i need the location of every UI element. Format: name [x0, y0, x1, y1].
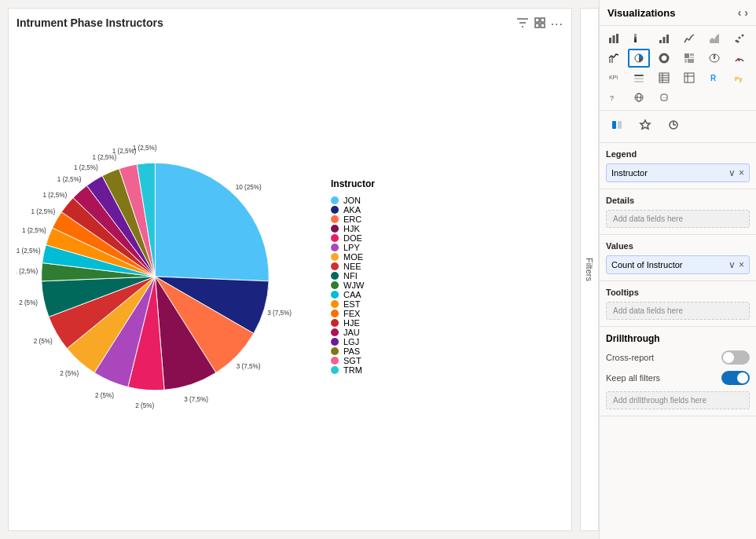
legend-remove-btn[interactable]: × — [739, 167, 744, 178]
legend-item-EST[interactable]: EST — [331, 299, 375, 309]
viz-table-icon[interactable] — [653, 68, 675, 87]
more-options-icon[interactable]: ··· — [551, 17, 563, 31]
legend-label-JAU: JAU — [343, 328, 360, 337]
viz-qa-icon[interactable]: ? — [603, 88, 625, 107]
viz-donut-icon[interactable] — [653, 49, 675, 68]
legend-item-NFI[interactable]: NFI — [331, 271, 375, 280]
svg-text:?: ? — [610, 94, 614, 102]
viz-r-icon[interactable]: R — [703, 68, 725, 87]
legend-item-PAS[interactable]: PAS — [331, 346, 375, 356]
legend-label-LPY: LPY — [343, 243, 360, 252]
viz-kpi-icon[interactable]: KPI — [603, 68, 625, 87]
legend-item-MOE[interactable]: MOE — [331, 252, 375, 262]
legend-item-HJK[interactable]: HJK — [331, 224, 375, 233]
legend-item-FEX[interactable]: FEX — [331, 309, 375, 318]
svg-rect-51 — [618, 121, 622, 129]
legend-label-CAA: CAA — [343, 290, 361, 299]
viz-icons-grid: KPI R Py ? ··· — [600, 26, 756, 111]
viz-custom-icon[interactable]: ··· — [653, 88, 675, 107]
cross-report-toggle[interactable] — [721, 350, 750, 365]
svg-rect-50 — [612, 121, 616, 129]
pie-label-CAA: 1 (2,5%) — [17, 248, 41, 255]
pie-chart: 10 (25%)3 (7,5%)3 (7,5%)3 (7,5%)2 (5%)2 … — [17, 119, 315, 434]
legend-item-LGJ[interactable]: LGJ — [331, 337, 375, 346]
legend-item-AKA[interactable]: AKA — [331, 205, 375, 214]
filters-panel[interactable]: Filters — [580, 8, 599, 531]
legend-item-JON[interactable]: JON — [331, 196, 375, 205]
chart-content: 10 (25%)3 (7,5%)3 (7,5%)3 (7,5%)2 (5%)2 … — [17, 35, 563, 518]
viz-treemap-icon[interactable] — [678, 49, 700, 68]
values-field-value: Count of Instructor — [611, 260, 683, 270]
legend-item-TRM[interactable]: TRM — [331, 365, 375, 375]
tab-format[interactable] — [634, 116, 656, 138]
legend-item-SGT[interactable]: SGT — [331, 356, 375, 365]
values-remove-btn[interactable]: × — [739, 259, 744, 270]
svg-text:KPI: KPI — [609, 75, 618, 80]
pie-slice-JON[interactable] — [155, 163, 269, 281]
legend-items: JONAKAERCHJKDOELPYMOENEENFIWJWCAAESTFEXH… — [331, 196, 375, 375]
legend-label-TRM: TRM — [343, 365, 362, 375]
viz-combo-icon[interactable] — [603, 49, 625, 68]
viz-slicer-icon[interactable] — [628, 68, 650, 87]
svg-rect-18 — [609, 59, 611, 63]
viz-stacked-bar-icon[interactable] — [628, 29, 650, 48]
viz-globe-icon[interactable] — [628, 88, 650, 107]
values-expand-btn[interactable]: ∨ — [728, 259, 736, 270]
pie-label-AKA: 3 (7,5%) — [267, 310, 292, 317]
viz-col-icon[interactable] — [653, 29, 675, 48]
svg-rect-10 — [659, 40, 662, 43]
legend-chip-actions: ∨ × — [728, 167, 744, 178]
svg-marker-13 — [710, 34, 719, 43]
tab-analytics[interactable] — [662, 116, 684, 138]
details-placeholder[interactable]: Add data fields here — [606, 210, 750, 228]
viz-scatter-icon[interactable] — [728, 29, 750, 48]
viz-area-icon[interactable] — [703, 29, 725, 48]
legend-item-LPY[interactable]: LPY — [331, 243, 375, 252]
svg-rect-6 — [616, 34, 618, 43]
svg-rect-19 — [611, 57, 613, 63]
svg-rect-8 — [634, 37, 637, 39]
legend-item-CAA[interactable]: CAA — [331, 290, 375, 299]
legend-item-ERC[interactable]: ERC — [331, 214, 375, 224]
viz-bar-icon[interactable] — [603, 29, 625, 48]
arrow-right-icon[interactable]: › — [744, 6, 748, 19]
pie-label-FEX: 1 (2,5%) — [31, 208, 55, 215]
legend-dot-HJE — [331, 319, 339, 327]
legend-dot-NEE — [331, 262, 339, 270]
pie-label-MOE: 2 (5%) — [60, 370, 79, 377]
legend-field-chip[interactable]: Instructor ∨ × — [606, 163, 750, 182]
legend-dot-SGT — [331, 357, 339, 365]
viz-gauge-icon[interactable] — [728, 49, 750, 68]
viz-header-nav: ‹ › — [738, 6, 748, 19]
legend-item-JAU[interactable]: JAU — [331, 328, 375, 337]
viz-pie-icon[interactable] — [628, 49, 650, 68]
legend-item-WJW[interactable]: WJW — [331, 280, 375, 290]
viz-line-icon[interactable] — [678, 29, 700, 48]
legend-dot-HJK — [331, 225, 339, 233]
legend-item-HJE[interactable]: HJE — [331, 318, 375, 328]
svg-rect-31 — [634, 75, 644, 76]
keep-filters-toggle[interactable] — [721, 371, 750, 385]
svg-point-16 — [742, 35, 744, 37]
focus-icon[interactable] — [534, 16, 546, 31]
add-drillthrough-placeholder[interactable]: Add drillthrough fields here — [606, 391, 750, 409]
pie-label-JAU: 1 (2,5%) — [57, 176, 82, 183]
legend-expand-btn[interactable]: ∨ — [728, 167, 736, 178]
legend-item-NEE[interactable]: NEE — [331, 262, 375, 271]
values-field-chip[interactable]: Count of Instructor ∨ × — [606, 255, 750, 274]
viz-matrix-icon[interactable] — [678, 68, 700, 87]
arrow-left-icon[interactable]: ‹ — [738, 6, 742, 19]
tooltips-placeholder[interactable]: Add data fields here — [606, 302, 750, 320]
tab-fields[interactable] — [606, 116, 628, 138]
values-section: Values Count of Instructor ∨ × — [600, 235, 756, 281]
viz-py-icon[interactable]: Py — [728, 68, 750, 87]
svg-text:Py: Py — [735, 75, 743, 82]
right-panel: Visualizations ‹ › — [599, 0, 756, 539]
chart-panel: Intrument Phase Instructors ··· 10 (25%)… — [8, 8, 572, 531]
legend-section-title: Legend — [606, 149, 750, 159]
legend-item-DOE[interactable]: DOE — [331, 233, 375, 243]
filter-icon[interactable] — [516, 16, 529, 31]
viz-map-icon[interactable] — [703, 49, 725, 68]
svg-rect-5 — [613, 35, 615, 43]
legend-dot-PAS — [331, 347, 339, 355]
